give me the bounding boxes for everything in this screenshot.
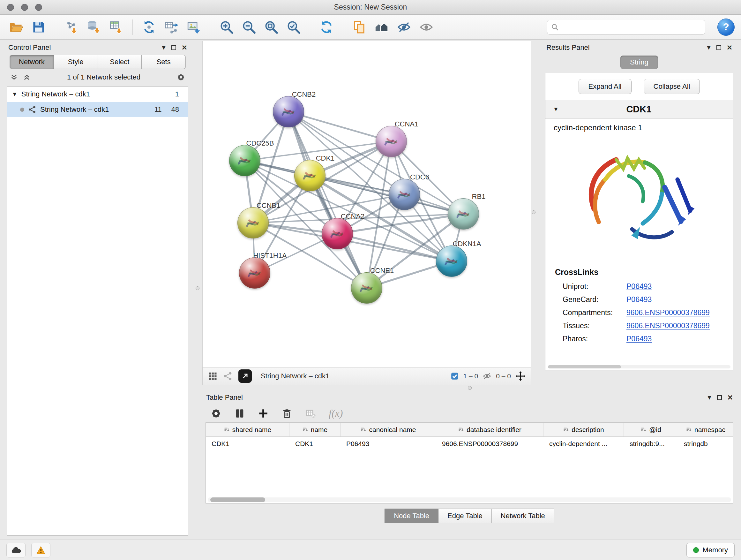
tab-network-table[interactable]: Network Table — [492, 509, 554, 523]
column-header-id[interactable]: @id — [624, 423, 678, 436]
share-network-icon[interactable] — [223, 371, 232, 381]
network-view-canvas[interactable]: CCNB2CCNA1CDC25BCDK1CDC6RB1CCNB1CCNA2CDK… — [202, 41, 531, 367]
expand-all-icon[interactable] — [23, 73, 30, 81]
network-node-CCNB2[interactable] — [273, 96, 304, 127]
help-button[interactable]: ? — [718, 18, 735, 36]
cloud-status-button[interactable] — [6, 543, 25, 557]
warnings-button[interactable] — [31, 543, 51, 557]
network-node-CDC25B[interactable] — [229, 145, 260, 176]
tab-network[interactable]: Network — [10, 55, 54, 69]
network-node-RB1[interactable] — [448, 198, 479, 230]
show-columns-button[interactable] — [234, 408, 245, 419]
scrollbar-thumb[interactable] — [210, 497, 265, 502]
close-panel-icon[interactable]: × — [728, 393, 733, 402]
crosslink-tissues-link[interactable]: 9606.ENSP00000378699 — [626, 321, 710, 330]
network-row-selected[interactable]: String Network – cdk1 11 48 — [7, 102, 188, 117]
import-network-from-file-button[interactable] — [62, 17, 81, 37]
tab-edge-table[interactable]: Edge Table — [439, 509, 492, 523]
grid-view-icon[interactable] — [208, 371, 217, 381]
zoom-out-button[interactable] — [239, 17, 259, 37]
copy-document-button[interactable] — [349, 17, 369, 37]
home-button[interactable] — [372, 17, 392, 37]
bottom-splitter-handle[interactable] — [468, 386, 472, 390]
zoom-fit-button[interactable] — [261, 17, 281, 37]
network-node-CCNA2[interactable] — [322, 218, 353, 249]
network-node-CCNB1[interactable] — [238, 207, 269, 239]
network-node-CCNA1[interactable] — [376, 126, 407, 157]
open-session-button[interactable] — [6, 17, 26, 37]
crosslink-label: GeneCard: — [562, 295, 626, 304]
hidden-eye-slash-icon[interactable] — [482, 372, 491, 381]
save-icon — [31, 20, 46, 35]
network-node-label-CCNB1: CCNB1 — [257, 201, 280, 210]
column-header-name[interactable]: name — [289, 423, 340, 436]
column-header-database-identifier[interactable]: database identifier — [436, 423, 543, 436]
float-panel-icon[interactable] — [172, 45, 176, 50]
left-splitter-handle[interactable] — [196, 287, 199, 290]
crosslink-genecard-link[interactable]: P06493 — [626, 295, 652, 304]
column-header-namespace[interactable]: namespac — [678, 423, 733, 436]
zoom-selected-button[interactable] — [284, 17, 304, 37]
network-collection-row[interactable]: ▼ String Network – cdk1 1 — [7, 86, 188, 102]
clear-table-button[interactable] — [305, 408, 316, 419]
network-node-CDKN1A[interactable] — [436, 246, 467, 277]
delete-column-button[interactable] — [281, 408, 292, 419]
search-input[interactable] — [562, 23, 701, 31]
tab-sets[interactable]: Sets — [142, 55, 186, 69]
export-image-button[interactable] — [184, 17, 204, 37]
table-settings-button[interactable] — [211, 408, 221, 419]
function-builder-button[interactable]: f(x) — [329, 408, 343, 419]
refresh-button[interactable] — [317, 17, 336, 37]
network-node-CDC6[interactable] — [389, 179, 420, 210]
gear-icon[interactable] — [177, 73, 185, 81]
tree-expand-icon[interactable]: ▼ — [12, 91, 17, 98]
import-network-from-database-button[interactable] — [84, 17, 104, 37]
network-node-CCNE1[interactable] — [351, 272, 382, 304]
close-panel-icon[interactable]: × — [182, 43, 187, 52]
show-all-button[interactable] — [416, 17, 436, 37]
create-column-button[interactable] — [258, 408, 269, 419]
expand-all-button[interactable]: Expand All — [579, 79, 631, 94]
clone-network-button[interactable] — [139, 17, 159, 37]
tab-style[interactable]: Style — [54, 55, 98, 69]
protein-thumbnail-icon — [300, 165, 321, 186]
panel-menu-icon[interactable]: ▾ — [708, 393, 711, 401]
collapse-all-icon[interactable] — [10, 73, 18, 81]
protein-section-header[interactable]: ▼ CDK1 — [545, 100, 733, 119]
float-panel-icon[interactable] — [717, 395, 722, 400]
network-edge-count: 48 — [172, 105, 179, 114]
selected-checkbox-icon[interactable] — [451, 372, 459, 380]
zoom-in-button[interactable] — [217, 17, 237, 37]
results-scrollbar[interactable] — [548, 365, 731, 368]
pan-crosshair-icon[interactable] — [515, 371, 526, 381]
column-header-canonical-name[interactable]: canonical name — [340, 423, 436, 436]
network-from-table-button[interactable] — [161, 17, 181, 37]
panel-menu-icon[interactable]: ▾ — [707, 44, 711, 52]
network-node-HIST1H1A[interactable] — [239, 257, 270, 289]
crosslink-pharos-link[interactable]: P06493 — [626, 334, 652, 343]
crosslink-compartments-link[interactable]: 9606.ENSP00000378699 — [626, 308, 710, 317]
section-collapse-icon[interactable]: ▼ — [553, 106, 559, 113]
tab-select[interactable]: Select — [98, 55, 142, 69]
zoom-out-icon — [242, 20, 256, 35]
network-node-CDK1[interactable] — [294, 160, 326, 191]
column-header-description[interactable]: description — [543, 423, 624, 436]
sort-icon — [360, 427, 366, 433]
panel-menu-icon[interactable]: ▾ — [162, 44, 165, 52]
navigator-toggle-button[interactable] — [239, 369, 252, 383]
hide-selected-button[interactable] — [394, 17, 414, 37]
right-splitter-handle[interactable] — [532, 210, 536, 214]
collapse-all-button[interactable]: Collapse All — [644, 79, 700, 94]
table-row[interactable]: CDK1 CDK1 P06493 9606.ENSP00000378699 cy… — [206, 437, 733, 451]
tab-node-table[interactable]: Node Table — [385, 509, 439, 523]
selected-count: 1 – 0 — [463, 372, 478, 380]
crosslink-uniprot-link[interactable]: P06493 — [626, 282, 652, 291]
close-panel-icon[interactable]: × — [727, 43, 732, 52]
memory-button[interactable]: Memory — [686, 543, 735, 557]
table-horizontal-scrollbar[interactable] — [208, 497, 731, 502]
save-session-button[interactable] — [29, 17, 49, 37]
tab-string[interactable]: String — [620, 56, 658, 69]
float-panel-icon[interactable] — [717, 45, 721, 50]
import-table-from-file-button[interactable] — [106, 17, 126, 37]
column-header-shared-name[interactable]: shared name — [206, 423, 289, 436]
